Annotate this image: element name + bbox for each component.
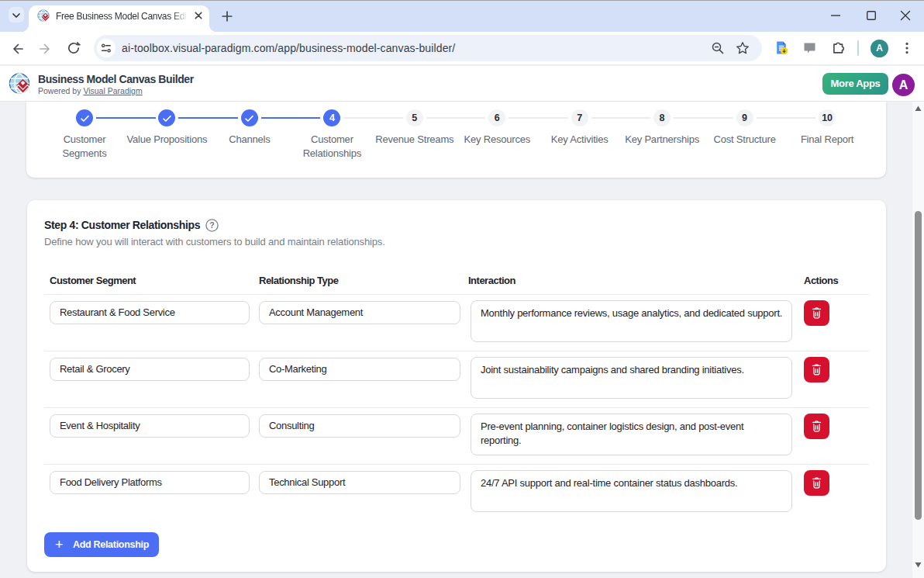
svg-text:?: ? [209,220,214,230]
